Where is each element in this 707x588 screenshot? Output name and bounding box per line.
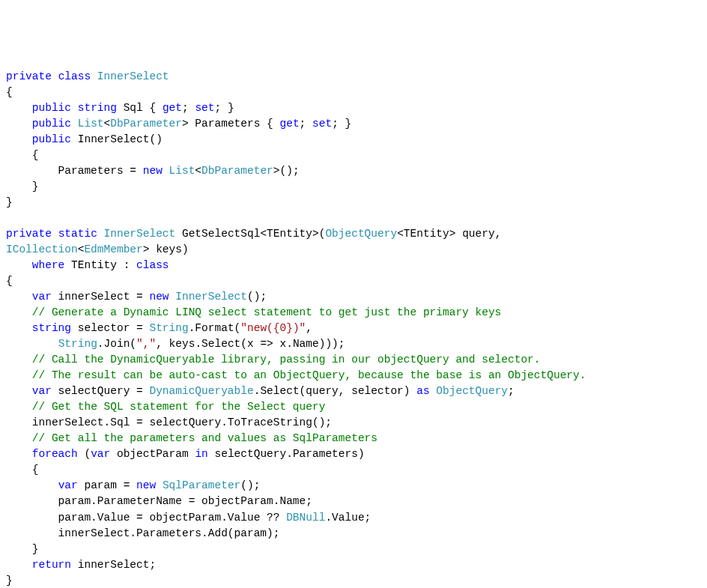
- code-token: var: [58, 479, 78, 491]
- code-token: [163, 165, 169, 177]
- code-line: {: [6, 86, 13, 98]
- code-line: var selectQuery = DynamicQueryable.Selec…: [6, 385, 515, 397]
- code-token: innerSelect.Parameters.Add(param);: [6, 527, 279, 539]
- code-token: [6, 448, 32, 460]
- code-token: DynamicQueryable: [149, 385, 253, 397]
- code-token: InnerSelect(): [71, 133, 163, 145]
- code-token: {: [6, 149, 39, 161]
- code-token: [6, 306, 32, 318]
- code-line: }: [6, 181, 39, 193]
- code-token: // Get all the parameters and values as …: [32, 432, 377, 444]
- code-token: {: [6, 275, 13, 287]
- code-block: private class InnerSelect { public strin…: [6, 69, 701, 588]
- code-token: class: [136, 259, 169, 271]
- code-token: [156, 479, 163, 491]
- code-token: Sql {: [117, 102, 163, 114]
- code-token: ();: [240, 479, 260, 491]
- code-token: String: [149, 322, 188, 334]
- code-token: {: [6, 464, 39, 476]
- code-token: innerSelect;: [71, 559, 156, 571]
- code-token: }: [6, 575, 13, 587]
- code-token: }: [6, 196, 13, 208]
- code-token: // Call the DynamicQueryable library, pa…: [32, 354, 541, 366]
- code-token: DbParameter: [110, 118, 182, 130]
- code-line: // The result can be auto-cast to an Obj…: [6, 369, 586, 381]
- code-line: // Get all the parameters and values as …: [6, 432, 377, 444]
- code-token: <: [195, 165, 201, 177]
- code-token: [71, 118, 78, 130]
- code-line: }: [6, 196, 13, 208]
- code-line: // Generate a Dynamic LINQ select statem…: [6, 306, 501, 318]
- code-token: param.Value = objectParam.Value ??: [6, 512, 286, 524]
- code-token: objectParam: [110, 448, 195, 460]
- code-token: innerSelect.Sql = selectQuery.ToTraceStr…: [6, 416, 332, 428]
- code-token: private: [6, 228, 52, 240]
- code-token: get: [280, 118, 300, 130]
- code-token: set: [195, 102, 214, 114]
- code-token: Parameters =: [6, 165, 143, 177]
- code-token: selectQuery =: [52, 385, 150, 397]
- code-token: .Join(: [97, 338, 136, 350]
- code-token: <TEntity> query,: [397, 228, 501, 240]
- code-token: GetSelectSql<TEntity>(: [175, 228, 325, 240]
- code-token: [6, 133, 32, 145]
- code-line: String.Join(",", keys.Select(x => x.Name…: [6, 338, 345, 350]
- code-token: [97, 228, 104, 240]
- code-line: // Get the SQL statement for the Select …: [6, 401, 325, 413]
- code-token: as: [416, 385, 429, 397]
- code-token: ;: [508, 385, 515, 397]
- code-token: foreach: [32, 448, 78, 460]
- code-token: class: [58, 70, 91, 82]
- code-token: [6, 259, 32, 271]
- code-token: List: [169, 165, 195, 177]
- code-token: (: [78, 448, 91, 460]
- code-token: [6, 369, 32, 381]
- code-token: private: [6, 70, 52, 82]
- code-token: param =: [78, 479, 136, 491]
- code-line: }: [6, 543, 39, 555]
- code-line: ICollection<EdmMember> keys): [6, 243, 189, 255]
- code-token: string: [32, 322, 71, 334]
- code-line: param.Value = objectParam.Value ?? DBNul…: [6, 512, 371, 524]
- code-line: }: [6, 575, 13, 587]
- code-token: InnerSelect: [104, 228, 176, 240]
- code-token: innerSelect =: [52, 291, 150, 303]
- code-line: {: [6, 464, 39, 476]
- code-token: [6, 385, 32, 397]
- code-token: selector =: [71, 322, 149, 334]
- code-line: return innerSelect;: [6, 559, 156, 571]
- code-token: // Generate a Dynamic LINQ select statem…: [32, 306, 502, 318]
- code-token: [6, 338, 58, 350]
- code-token: .Value;: [325, 512, 371, 524]
- code-token: [6, 354, 32, 366]
- code-line: public string Sql { get; set; }: [6, 102, 234, 114]
- code-token: String: [58, 338, 97, 350]
- code-token: string: [78, 102, 117, 114]
- code-token: [6, 291, 32, 303]
- code-token: DBNull: [286, 512, 325, 524]
- code-token: InnerSelect: [97, 70, 169, 82]
- code-token: ();: [247, 291, 267, 303]
- code-token: List: [78, 118, 104, 130]
- code-token: [52, 70, 58, 82]
- code-token: public: [32, 118, 71, 130]
- code-line: public List<DbParameter> Parameters { ge…: [6, 118, 351, 130]
- code-token: [6, 102, 32, 114]
- code-line: var param = new SqlParameter();: [6, 479, 260, 491]
- code-token: selectQuery.Parameters): [208, 448, 365, 460]
- code-token: [6, 559, 32, 571]
- code-token: }: [6, 181, 39, 193]
- code-token: SqlParameter: [163, 479, 240, 491]
- code-token: var: [91, 448, 110, 460]
- code-token: in: [195, 448, 207, 460]
- code-token: > Parameters {: [182, 118, 280, 130]
- code-token: ICollection: [6, 243, 78, 255]
- code-line: {: [6, 275, 13, 287]
- code-token: [6, 322, 32, 334]
- code-line: param.ParameterName = objectParam.Name;: [6, 495, 312, 507]
- code-token: ,: [306, 322, 312, 334]
- code-token: }: [6, 543, 39, 555]
- code-token: [91, 70, 97, 82]
- code-token: TEntity :: [64, 259, 136, 271]
- code-token: new: [143, 165, 163, 177]
